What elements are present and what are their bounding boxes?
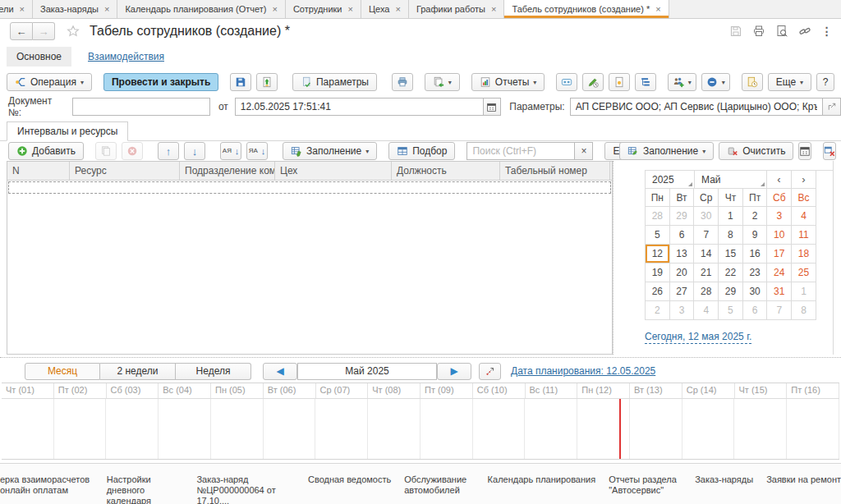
- nav-interactions-link[interactable]: Взаимодействия: [88, 51, 164, 62]
- save-button[interactable]: [230, 73, 251, 91]
- add-row-button[interactable]: Добавить: [8, 142, 84, 160]
- calendar-day[interactable]: 1: [792, 282, 816, 301]
- operation-button[interactable]: Операция▾: [7, 73, 92, 91]
- grid-column-header[interactable]: Подразделение компа...: [180, 162, 275, 180]
- delete-row-button[interactable]: [122, 142, 143, 160]
- tab-close-icon[interactable]: ×: [348, 5, 353, 14]
- calendar-day[interactable]: 5: [719, 301, 743, 320]
- add-employee-button[interactable]: ▾: [668, 73, 696, 91]
- calendar-day[interactable]: 15: [719, 245, 743, 263]
- tab-close-icon[interactable]: ×: [655, 5, 660, 14]
- grid-column-header[interactable]: Цех: [275, 162, 392, 180]
- print-icon[interactable]: [752, 25, 765, 38]
- status-history-item[interactable]: Обслуживание автомобилей: [404, 474, 474, 504]
- gantt-body[interactable]: [2, 399, 839, 460]
- calendar-day[interactable]: 7: [767, 301, 792, 320]
- status-history-item[interactable]: Заказ-наряды: [695, 474, 753, 504]
- calendar-day[interactable]: 5: [646, 226, 670, 245]
- calendar-day[interactable]: 29: [719, 282, 743, 301]
- calendar-day[interactable]: 1: [719, 207, 743, 226]
- back-button[interactable]: ←: [10, 22, 33, 40]
- parameters-input[interactable]: [570, 98, 824, 116]
- calendar-day[interactable]: 11: [792, 226, 816, 245]
- calendar-day[interactable]: 10: [767, 226, 792, 245]
- search-input[interactable]: [466, 142, 575, 160]
- calendar-day[interactable]: 8: [792, 301, 816, 320]
- more-menu-icon[interactable]: ⋮: [821, 25, 833, 38]
- edit-time-button[interactable]: [582, 73, 604, 91]
- move-up-button[interactable]: ↑: [158, 142, 179, 160]
- calendar-day[interactable]: 14: [694, 245, 719, 263]
- status-history-item[interactable]: Заказ-наряд №ЦР000000064 от 17.10....: [196, 474, 295, 504]
- calendar-day[interactable]: 20: [670, 263, 695, 282]
- print-preview-icon[interactable]: [775, 25, 788, 38]
- calendar-year-select[interactable]: 2025: [646, 171, 695, 189]
- calendar-day[interactable]: 24: [767, 263, 792, 282]
- calendar-day[interactable]: 26: [646, 282, 670, 301]
- calendar-day[interactable]: 4: [792, 207, 816, 226]
- grid-column-header[interactable]: Должность: [392, 162, 500, 180]
- window-tab[interactable]: Цеха×: [361, 0, 409, 18]
- calendar-day[interactable]: 28: [646, 207, 670, 226]
- calendar-day[interactable]: 2: [743, 207, 768, 226]
- help-button[interactable]: ?: [816, 73, 834, 91]
- window-tab[interactable]: Заказ-наряды×: [33, 0, 117, 18]
- current-period-field[interactable]: Май 2025: [297, 363, 437, 380]
- period-mode-button[interactable]: Неделя: [176, 363, 251, 380]
- calendar-day[interactable]: 6: [743, 301, 768, 320]
- document-state-button[interactable]: [609, 73, 630, 91]
- tab-close-icon[interactable]: ×: [395, 5, 400, 14]
- planning-date-link[interactable]: Дата планирования: 12.05.2025: [511, 365, 655, 377]
- restriction-button[interactable]: ▾: [701, 73, 730, 91]
- calendar-next-button[interactable]: ›: [792, 171, 816, 189]
- forward-button[interactable]: →: [33, 22, 55, 40]
- copy-row-button[interactable]: [95, 142, 117, 160]
- move-down-button[interactable]: ↓: [184, 142, 205, 160]
- status-history-item[interactable]: Сводная ведомость: [308, 474, 391, 504]
- open-parameters-button[interactable]: [823, 98, 841, 116]
- document-number-input[interactable]: [72, 98, 210, 116]
- document-date-input[interactable]: [235, 98, 484, 116]
- window-tab[interactable]: Календарь планирования (Отчет)×: [117, 0, 285, 18]
- more-button[interactable]: Еще▾: [768, 73, 811, 91]
- calendar-month-select[interactable]: Май: [695, 171, 767, 189]
- tab-intervals-resources[interactable]: Интервалы и ресурсы: [7, 121, 128, 141]
- calendar-day[interactable]: 28: [694, 282, 719, 301]
- print-button[interactable]: [392, 73, 413, 91]
- status-history-item[interactable]: Заявки на ремонт: [766, 474, 841, 504]
- calendar-day[interactable]: 6: [670, 226, 695, 245]
- post-and-close-button[interactable]: Провести и закрыть: [103, 73, 218, 91]
- register-records-button[interactable]: [556, 73, 577, 91]
- period-mode-active[interactable]: Месяц: [25, 363, 100, 380]
- calendar-fill-button[interactable]: Заполнение▾: [619, 142, 714, 160]
- sort-ascending-button[interactable]: АЯ↓: [220, 142, 241, 160]
- status-history-item[interactable]: ерка взаиморасчетов онлайн оплатам: [0, 474, 94, 504]
- calendar-prev-button[interactable]: ‹: [767, 171, 792, 189]
- favorite-star-icon[interactable]: [67, 25, 80, 38]
- status-history-item[interactable]: Отчеты раздела "Автосервис": [609, 474, 682, 504]
- tab-close-icon[interactable]: ×: [20, 5, 25, 14]
- previous-period-button[interactable]: ◀: [263, 363, 297, 380]
- post-button[interactable]: [256, 73, 278, 91]
- calendar-day[interactable]: 21: [694, 263, 719, 282]
- structure-button[interactable]: [635, 73, 656, 91]
- calendar-day[interactable]: 30: [694, 207, 719, 226]
- status-history-item[interactable]: Настройки дневного календаря: [107, 474, 184, 504]
- grid-column-header[interactable]: Табельный номер: [500, 162, 610, 180]
- calendar-day[interactable]: 17: [767, 245, 792, 263]
- next-period-button[interactable]: ▶: [437, 363, 471, 380]
- close-panel-button[interactable]: [823, 142, 836, 160]
- calendar-day[interactable]: 4: [694, 301, 719, 320]
- show-calendar-button[interactable]: [798, 142, 811, 160]
- calendar-day[interactable]: 27: [670, 282, 695, 301]
- calendar-day-today[interactable]: 12: [646, 245, 670, 263]
- pick-button[interactable]: Подбор: [388, 142, 455, 160]
- calendar-day[interactable]: 18: [792, 245, 816, 263]
- fill-button[interactable]: Заполнение▾: [283, 142, 377, 160]
- calendar-day[interactable]: 29: [670, 207, 695, 226]
- create-based-on-button[interactable]: ▾: [425, 73, 460, 91]
- calendar-day[interactable]: 8: [719, 226, 743, 245]
- parameters-button[interactable]: Параметры: [292, 73, 377, 91]
- clear-search-button[interactable]: ×: [575, 142, 593, 160]
- tab-close-icon[interactable]: ×: [104, 5, 109, 14]
